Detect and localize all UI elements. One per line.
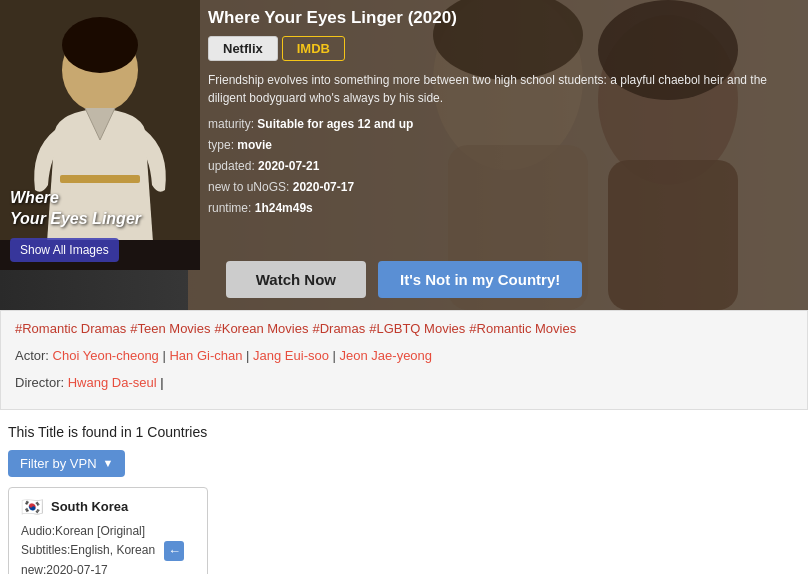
tags-row: #Romantic Dramas#Teen Movies#Korean Movi… bbox=[15, 321, 793, 336]
filter-vpn-label: Filter by VPN bbox=[20, 456, 97, 471]
type-label: type: bbox=[208, 138, 234, 152]
actor-link[interactable]: Jeon Jae-yeong bbox=[340, 348, 433, 363]
maturity-label: maturity: bbox=[208, 117, 254, 131]
meta-maturity: maturity: Suitable for ages 12 and up bbox=[208, 115, 800, 133]
country-subtitles-row: Subtitles:English, Korean ← bbox=[21, 541, 195, 561]
movie-title: Where Your Eyes Linger (2020) bbox=[208, 8, 800, 28]
hero-section: WhereYour Eyes Linger Show All Images Wh… bbox=[0, 0, 808, 310]
separator: | bbox=[329, 348, 340, 363]
tags-cast-section: #Romantic Dramas#Teen Movies#Korean Movi… bbox=[0, 310, 808, 410]
svg-point-10 bbox=[62, 17, 138, 73]
hero-info-panel: Where Your Eyes Linger (2020) Netflix IM… bbox=[208, 8, 800, 220]
back-arrow-button[interactable]: ← bbox=[164, 541, 184, 561]
countries-section: This Title is found in 1 Countries Filte… bbox=[0, 410, 808, 574]
actor-link[interactable]: Han Gi-chan bbox=[169, 348, 242, 363]
countries-title: This Title is found in 1 Countries bbox=[8, 424, 800, 440]
separator: | bbox=[159, 348, 170, 363]
country-flag: 🇰🇷 bbox=[21, 496, 43, 518]
new-value: 2020-07-17 bbox=[293, 180, 354, 194]
meta-runtime: runtime: 1h24m49s bbox=[208, 199, 800, 217]
action-buttons: Watch Now It's Not in my Country! bbox=[0, 261, 808, 298]
actor-label: Actor: bbox=[15, 348, 53, 363]
tag-item[interactable]: #Teen Movies bbox=[130, 321, 210, 336]
new-date-value: new:2020-07-17 bbox=[21, 563, 108, 574]
updated-label: updated: bbox=[208, 159, 255, 173]
dropdown-arrow-icon: ▼ bbox=[103, 457, 114, 469]
director-label: Director: bbox=[15, 375, 68, 390]
country-name: South Korea bbox=[51, 499, 128, 514]
cast-row: Actor: Choi Yeon-cheong | Han Gi-chan | … bbox=[15, 344, 793, 367]
platform-tabs: Netflix IMDB bbox=[208, 36, 800, 61]
country-audio: Audio:Korean [Original] bbox=[21, 522, 195, 541]
tag-item[interactable]: #LGBTQ Movies bbox=[369, 321, 465, 336]
runtime-value: 1h24m49s bbox=[255, 201, 313, 215]
meta-new: new to uNoGS: 2020-07-17 bbox=[208, 178, 800, 196]
tag-item[interactable]: #Romantic Dramas bbox=[15, 321, 126, 336]
country-card: 🇰🇷 South Korea Audio:Korean [Original] S… bbox=[8, 487, 208, 574]
meta-type: type: movie bbox=[208, 136, 800, 154]
actor-link[interactable]: Jang Eui-soo bbox=[253, 348, 329, 363]
actor-link[interactable]: Choi Yeon-cheong bbox=[53, 348, 159, 363]
audio-value: Audio:Korean [Original] bbox=[21, 524, 145, 538]
updated-value: 2020-07-21 bbox=[258, 159, 319, 173]
director-link[interactable]: Hwang Da-seul bbox=[68, 375, 157, 390]
poster-title: WhereYour Eyes Linger bbox=[10, 188, 141, 230]
show-all-images-button[interactable]: Show All Images bbox=[10, 238, 119, 262]
new-label: new to uNoGS: bbox=[208, 180, 289, 194]
director-row: Director: Hwang Da-seul | bbox=[15, 371, 793, 394]
country-name-row: 🇰🇷 South Korea bbox=[21, 496, 195, 518]
separator: | bbox=[242, 348, 253, 363]
watch-now-button[interactable]: Watch Now bbox=[226, 261, 366, 298]
runtime-label: runtime: bbox=[208, 201, 251, 215]
not-in-country-button[interactable]: It's Not in my Country! bbox=[378, 261, 582, 298]
movie-description: Friendship evolves into something more b… bbox=[208, 71, 768, 107]
tag-item[interactable]: #Korean Movies bbox=[214, 321, 308, 336]
tab-imdb[interactable]: IMDB bbox=[282, 36, 345, 61]
tag-item[interactable]: #Romantic Movies bbox=[469, 321, 576, 336]
maturity-value: Suitable for ages 12 and up bbox=[257, 117, 413, 131]
filter-vpn-button[interactable]: Filter by VPN ▼ bbox=[8, 450, 125, 477]
tab-netflix[interactable]: Netflix bbox=[208, 36, 278, 61]
svg-rect-11 bbox=[60, 175, 140, 183]
country-new-date: new:2020-07-17 bbox=[21, 561, 195, 574]
poster: WhereYour Eyes Linger Show All Images bbox=[0, 0, 200, 270]
tag-item[interactable]: #Dramas bbox=[312, 321, 365, 336]
subtitles-value: Subtitles:English, Korean bbox=[21, 543, 155, 557]
meta-updated: updated: 2020-07-21 bbox=[208, 157, 800, 175]
type-value: movie bbox=[237, 138, 272, 152]
